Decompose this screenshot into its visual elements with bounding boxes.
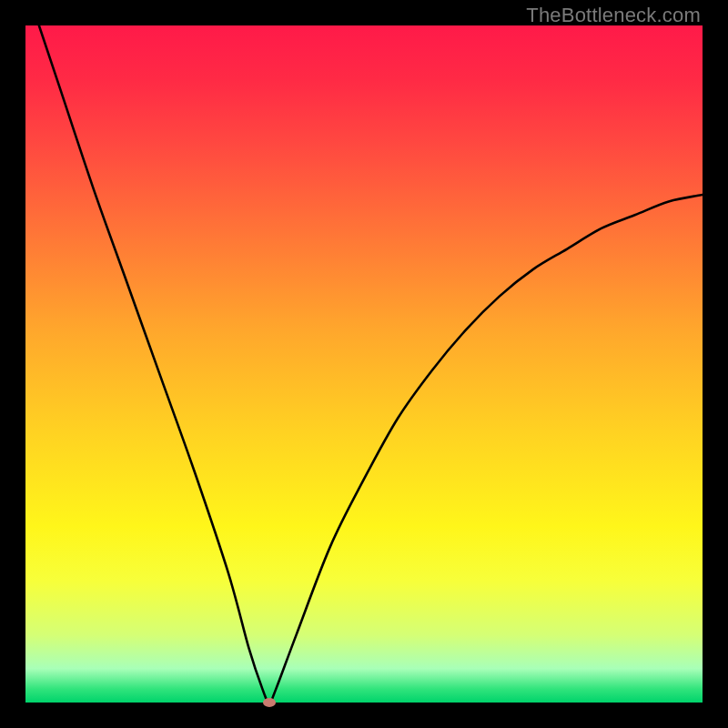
attribution-text: TheBottleneck.com <box>526 4 701 27</box>
chart-frame: TheBottleneck.com <box>0 0 728 728</box>
minimum-marker <box>263 698 276 707</box>
plot-area <box>25 25 703 703</box>
bottleneck-curve <box>25 25 703 703</box>
